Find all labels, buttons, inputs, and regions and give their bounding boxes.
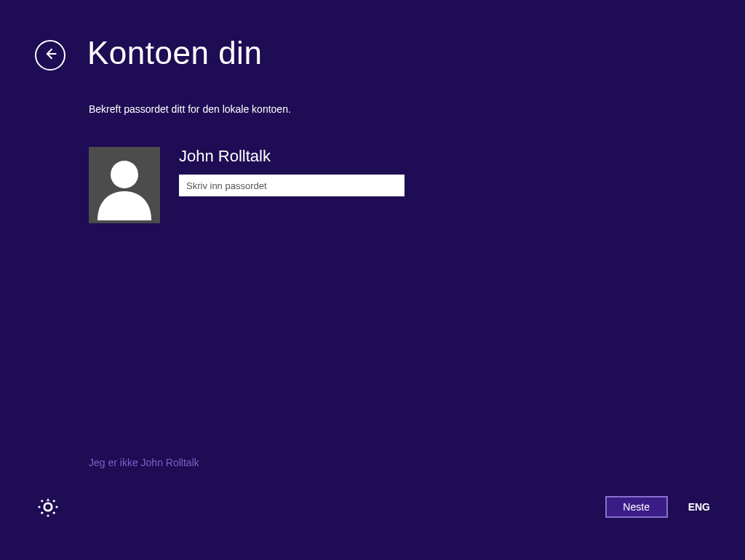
- svg-point-0: [111, 161, 138, 188]
- ease-of-access-icon: [38, 507, 58, 519]
- ease-of-access-button[interactable]: [38, 497, 58, 517]
- svg-point-6: [41, 512, 43, 514]
- svg-point-8: [41, 500, 43, 502]
- subtitle: Bekreft passordet ditt for den lokale ko…: [89, 103, 405, 115]
- svg-point-4: [53, 512, 55, 514]
- footer-right: Neste ENG: [605, 496, 710, 518]
- user-icon: [92, 151, 157, 223]
- next-button[interactable]: Neste: [605, 496, 668, 518]
- avatar: [89, 147, 160, 223]
- svg-point-2: [53, 500, 55, 502]
- svg-point-7: [38, 505, 40, 508]
- svg-point-5: [47, 514, 49, 516]
- password-input[interactable]: [179, 175, 405, 196]
- content: Bekreft passordet ditt for den lokale ko…: [89, 103, 405, 223]
- svg-point-1: [44, 503, 52, 511]
- page-title: Kontoen din: [87, 35, 262, 71]
- arrow-left-icon: [43, 47, 57, 64]
- svg-point-3: [55, 505, 57, 508]
- header: Kontoen din: [35, 35, 262, 71]
- footer: Neste ENG: [0, 496, 745, 518]
- user-info: John Rolltalk: [179, 147, 405, 196]
- language-indicator[interactable]: ENG: [688, 501, 710, 513]
- back-button[interactable]: [35, 40, 65, 71]
- user-row: John Rolltalk: [89, 147, 405, 223]
- not-me-link[interactable]: Jeg er ikke John Rolltalk: [89, 457, 199, 468]
- username: John Rolltalk: [179, 147, 405, 166]
